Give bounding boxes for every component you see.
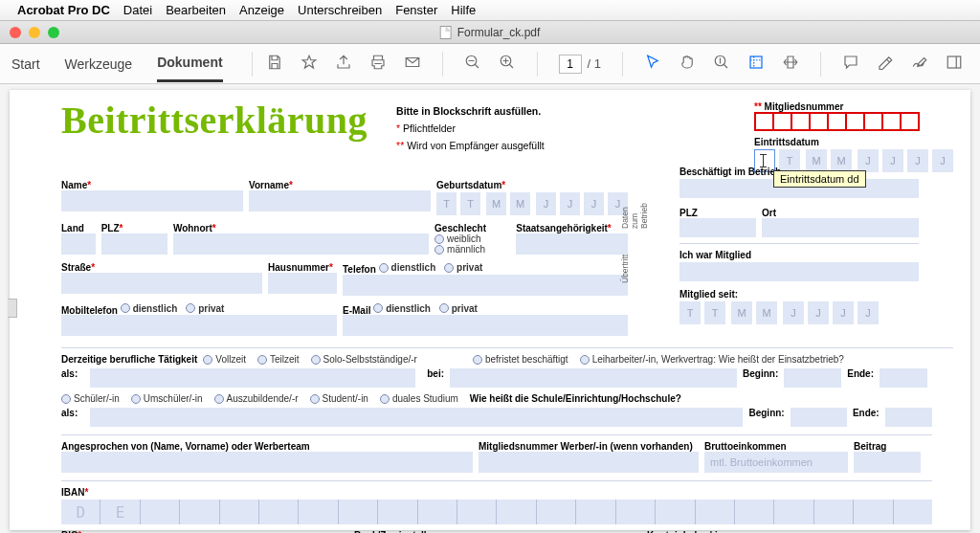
email-privat-radio[interactable]: privat [439,303,478,314]
azubi-radio[interactable]: Auszubildende/-r [214,393,299,404]
mac-menu-unterschreiben[interactable]: Unterschreiben [298,3,382,17]
email-field[interactable] [343,315,628,336]
als1-field[interactable] [90,368,415,388]
r-plz-label: PLZ [679,208,756,218]
vorname-field[interactable] [249,190,431,211]
r-plz-field[interactable] [679,218,756,237]
fit-page-icon[interactable] [747,54,765,74]
wohnort-label: Wohnort [173,223,212,233]
iban-field[interactable]: DE [61,500,932,524]
telefon-privat-radio[interactable]: privat [444,262,482,273]
land-field[interactable] [61,233,96,255]
strasse-field[interactable] [61,273,262,294]
zoom-in-icon[interactable] [499,54,516,74]
mac-menu-hilfe[interactable]: Hilfe [451,3,476,17]
mitglied-seit-field[interactable]: TT MM JJJJ [679,301,919,324]
ende1-field[interactable] [880,368,927,388]
angesprochen-field[interactable] [61,452,473,473]
brutto-field[interactable]: mtl. Bruttoeinkommen [704,452,848,473]
student-radio[interactable]: Student/-in [310,393,368,404]
staatsangehoerigkeit-field[interactable] [516,233,628,255]
pdf-page: Beitrittserklärung Bitte in Blockschrift… [10,90,970,530]
name-field[interactable] [61,190,243,211]
svg-rect-4 [947,56,961,68]
befristet-radio[interactable]: befristet beschäftigt [473,354,568,365]
eintrittsdatum-label: Eintrittsdatum [754,137,953,147]
beitrag-field[interactable] [854,452,921,473]
land-label: Land [61,223,96,233]
brutto-label: Bruttoeinkommen [704,441,848,452]
mitglied-seit-label: Mitglied seit: [679,289,919,300]
ende2-field[interactable] [885,408,932,427]
maennlich-radio[interactable]: männlich [434,244,504,255]
email-icon[interactable] [404,54,421,74]
wohnort-field[interactable] [173,233,429,255]
pdf-file-icon [440,26,452,39]
highlight-icon[interactable] [877,54,894,74]
plz-label: PLZ [101,223,120,233]
mac-menu-fenster[interactable]: Fenster [395,3,437,17]
beginn1-field[interactable] [784,368,841,388]
staatsangehoerigkeit-label: Staatsangehörigkeit [516,223,608,233]
mitgliedsnummer-label: Mitgliedsnummer [765,101,844,112]
window-minimize-icon[interactable] [29,27,40,38]
name-label: Name [61,180,87,190]
dual-radio[interactable]: duales Studium [380,393,458,404]
svg-rect-3 [750,56,762,68]
comment-icon[interactable] [842,54,859,74]
tab-werkzeuge[interactable]: Werkzeuge [65,56,133,72]
zoom-out-icon[interactable] [464,54,481,74]
umschueler-radio[interactable]: Umschüler/-in [131,393,203,404]
r-ort-field[interactable] [762,218,919,237]
email-label: E-Mail [343,304,370,315]
solo-radio[interactable]: Solo-Selbstständige/-r [311,354,417,365]
save-icon[interactable] [266,54,283,74]
leiharbeiter-radio[interactable]: Leiharbeiter/-in, Werkvertrag: Wie heißt… [580,354,844,365]
page-number-input[interactable] [559,55,582,74]
side-panel-tab-icon[interactable] [8,299,17,318]
mgl-werber-field[interactable] [479,452,699,473]
mac-app-name[interactable]: Acrobat Pro DC [17,3,110,17]
mac-menu-datei[interactable]: Datei [123,3,152,17]
ichwar-label: Ich war Mitglied [679,250,919,260]
zoom-marquee-icon[interactable] [713,54,730,74]
beginn2-field[interactable] [791,408,847,427]
star-icon[interactable] [301,54,318,74]
document-title: Formular_ck.pdf [457,26,541,39]
sign-icon[interactable] [911,54,928,74]
ende2-label: Ende: [853,408,880,427]
mac-menu-anzeige[interactable]: Anzeige [239,3,284,17]
hand-tool-icon[interactable] [679,54,696,74]
mobiltelefon-field[interactable] [61,315,337,336]
plz-field[interactable] [101,233,167,255]
ichwar-field[interactable] [679,262,919,281]
vollzeit-radio[interactable]: Vollzeit [203,354,246,365]
share-icon[interactable] [335,54,352,74]
tab-dokument[interactable]: Dokument [157,45,222,82]
mobil-dienstlich-radio[interactable]: dienstlich [121,303,178,314]
window-zoom-icon[interactable] [48,27,59,38]
hausnummer-field[interactable] [268,273,337,294]
fit-width-icon[interactable] [782,54,799,74]
weiblich-radio[interactable]: weiblich [434,233,504,244]
print-icon[interactable] [369,54,387,74]
telefon-dienstlich-radio[interactable]: dienstlich [379,262,436,273]
als2-field[interactable] [90,408,744,427]
email-dienstlich-radio[interactable]: dienstlich [373,303,431,314]
als1-label: als: [61,368,84,388]
mitgliedsnummer-cells[interactable] [754,112,953,131]
window-close-icon[interactable] [10,27,21,38]
mac-menu-bearbeiten[interactable]: Bearbeiten [166,3,226,17]
bei-label: bei: [421,368,444,388]
form-instructions: Bitte in Blockschrift ausfüllen. * Pflic… [396,98,545,155]
mobil-privat-radio[interactable]: privat [186,303,224,314]
schueler-radio[interactable]: Schüler/-in [61,393,120,404]
tab-start[interactable]: Start [11,56,40,72]
panel-toggle-icon[interactable] [946,54,963,74]
bei-field[interactable] [450,368,737,388]
geburtsdatum-field[interactable]: TT MM JJJJ [436,192,628,215]
selection-tool-icon[interactable] [644,54,661,74]
telefon-field[interactable] [343,275,628,296]
teilzeit-radio[interactable]: Teilzeit [257,354,300,365]
document-viewport[interactable]: Beitrittserklärung Bitte in Blockschrift… [0,84,980,533]
